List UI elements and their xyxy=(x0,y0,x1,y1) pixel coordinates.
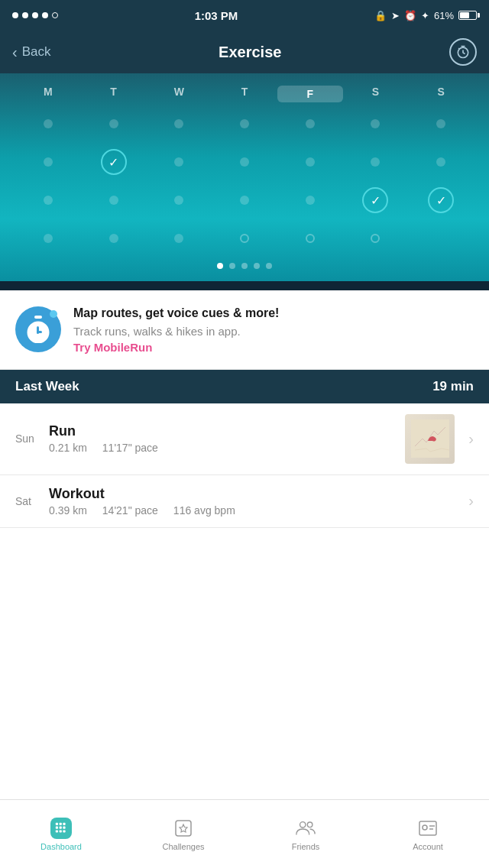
day-tue: T xyxy=(81,86,147,102)
activity-row-run[interactable]: Sun Run 0.21 km 11'17" pace › xyxy=(0,403,489,475)
cal-cell xyxy=(81,110,147,138)
signal-dot-3 xyxy=(32,12,38,18)
cal-checkmark: ✓ xyxy=(428,187,454,213)
last-week-title: Last Week xyxy=(15,379,79,394)
cal-cell xyxy=(146,225,212,252)
nav-label-account: Account xyxy=(413,842,443,851)
page-title: Exercise xyxy=(219,44,281,61)
activity-stats: 0.39 km 14'21" pace 116 avg bpm xyxy=(49,504,455,517)
promo-banner: Map routes, get voice cues & more! Track… xyxy=(0,290,489,370)
promo-link[interactable]: Try MobileRun xyxy=(73,341,474,354)
svg-rect-15 xyxy=(63,830,65,832)
promo-subtitle: Track runs, walks & hikes in app. xyxy=(73,325,474,338)
promo-icon xyxy=(15,306,61,352)
cal-dot xyxy=(371,119,380,128)
pagination-dot-4[interactable] xyxy=(254,263,260,269)
pagination-dot-3[interactable] xyxy=(241,263,248,269)
cal-dot xyxy=(306,157,315,167)
cal-cell xyxy=(15,225,81,252)
account-icon xyxy=(417,818,439,839)
stopwatch-icon xyxy=(455,44,471,60)
header: ‹ Back Exercise xyxy=(0,31,489,73)
nav-item-challenges[interactable]: Challenges xyxy=(122,800,244,868)
cal-cell xyxy=(15,186,81,214)
activity-day: Sat xyxy=(15,495,38,507)
activity-pace: 14'21" pace xyxy=(102,504,158,517)
friends-icon xyxy=(295,818,316,839)
section-divider xyxy=(0,281,489,290)
cal-cell xyxy=(212,148,277,176)
cal-dot xyxy=(436,119,445,128)
cal-cell xyxy=(146,148,212,176)
nav-item-friends[interactable]: Friends xyxy=(244,800,367,868)
calendar-grid: ✓ ✓ ✓ xyxy=(15,110,474,252)
cal-dot-empty xyxy=(371,234,380,243)
cal-dot xyxy=(44,119,53,128)
route-map-svg xyxy=(411,419,449,458)
signal-dot-4 xyxy=(42,12,48,18)
activity-day: Sun xyxy=(15,432,38,445)
stopwatch-promo-icon xyxy=(26,316,50,343)
back-button[interactable]: ‹ Back xyxy=(12,44,50,61)
cal-cell xyxy=(15,110,81,138)
nav-item-dashboard[interactable]: Dashboard xyxy=(0,800,122,868)
activity-row-workout[interactable]: Sat Workout 0.39 km 14'21" pace 116 avg … xyxy=(0,475,489,528)
cal-dot xyxy=(306,196,315,205)
status-right: 🔒 ➤ ⏰ ✦ 61% xyxy=(374,10,477,21)
cal-dot xyxy=(174,196,183,205)
battery-percent: 61% xyxy=(434,10,454,21)
promo-text: Map routes, get voice cues & more! Track… xyxy=(73,306,474,354)
cal-cell-check: ✓ xyxy=(343,186,409,214)
activity-name: Run xyxy=(49,423,394,439)
cal-dot xyxy=(371,157,380,167)
pagination-dot-2[interactable] xyxy=(229,263,235,269)
stopwatch-button[interactable] xyxy=(449,38,477,66)
cal-cell xyxy=(343,148,409,176)
cal-dot xyxy=(174,157,183,167)
svg-rect-13 xyxy=(56,830,58,832)
activity-bpm: 116 avg bpm xyxy=(173,504,235,517)
day-sat: S xyxy=(343,86,409,102)
dashboard-icon xyxy=(50,818,72,839)
account-card-icon xyxy=(417,818,439,839)
cal-cell xyxy=(212,186,277,214)
activity-pace: 11'17" pace xyxy=(102,442,158,454)
cal-dot xyxy=(240,119,249,128)
cal-cell xyxy=(146,186,212,214)
nav-item-account[interactable]: Account xyxy=(367,800,489,868)
cal-checkmark: ✓ xyxy=(362,187,388,213)
svg-rect-14 xyxy=(60,830,62,832)
cal-cell xyxy=(81,186,147,214)
last-week-duration: 19 min xyxy=(432,379,474,394)
cal-cell xyxy=(343,110,409,138)
cal-cell xyxy=(81,225,147,252)
map-placeholder xyxy=(405,414,455,464)
cal-cell-check: ✓ xyxy=(81,148,147,176)
cal-cell xyxy=(408,225,474,252)
cal-dot xyxy=(306,119,315,128)
cal-cell xyxy=(277,225,343,252)
day-headers: M T W T F S S xyxy=(15,86,474,102)
svg-rect-8 xyxy=(60,822,62,824)
chevron-right-icon: › xyxy=(468,430,474,448)
pagination-dot-1[interactable] xyxy=(217,263,223,269)
svg-marker-17 xyxy=(180,824,187,832)
promo-title: Map routes, get voice cues & more! xyxy=(73,306,474,322)
day-fri: F xyxy=(277,86,343,102)
pagination-dot-5[interactable] xyxy=(266,263,272,269)
cal-dot xyxy=(240,157,249,167)
signal-dot-5 xyxy=(52,12,58,18)
cal-dot xyxy=(109,234,118,243)
friends-people-icon xyxy=(295,819,316,837)
signal-dot-2 xyxy=(22,12,28,18)
activity-map xyxy=(405,414,455,464)
alarm-icon: ⏰ xyxy=(404,10,416,21)
svg-rect-11 xyxy=(60,826,62,828)
svg-rect-7 xyxy=(56,822,58,824)
last-week-header: Last Week 19 min xyxy=(0,370,489,403)
nav-label-dashboard: Dashboard xyxy=(40,842,82,851)
cal-cell xyxy=(277,186,343,214)
cal-cell xyxy=(343,225,409,252)
pagination xyxy=(15,263,474,274)
battery-icon xyxy=(458,11,477,20)
